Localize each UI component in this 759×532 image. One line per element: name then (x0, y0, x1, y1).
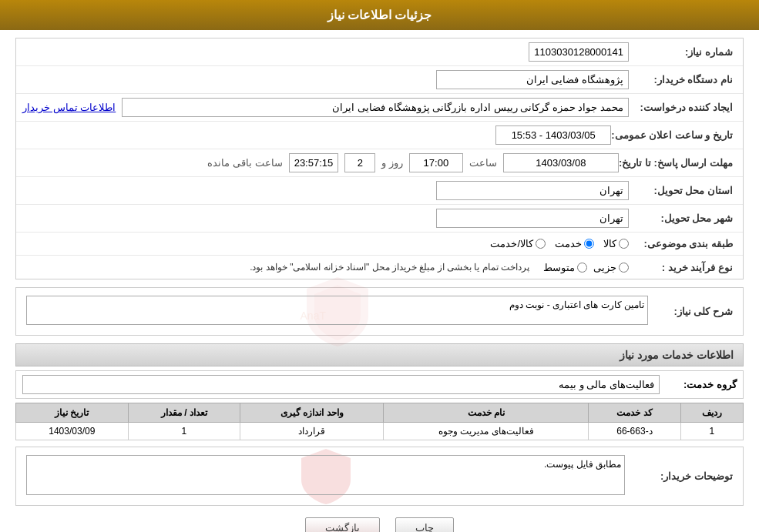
cell-service-code: د-663-66 (589, 423, 681, 440)
city-value-cell: تهران (22, 209, 629, 228)
creator-value-cell: محمد جواد حمزه گرکانی رییس اداره بازرگان… (22, 98, 629, 117)
col-service-name: نام خدمت (384, 403, 589, 423)
buyer-org-label: نام دستگاه خریدار: (629, 74, 737, 85)
need-number-label: شماره نیاز: (629, 46, 737, 58)
remaining-days: 2 (358, 157, 363, 169)
days-box: 2 (344, 153, 375, 172)
buyer-notes-value-cell: مطابق فایل پیوست. (22, 451, 629, 501)
main-form-section: شماره نیاز: 1103030128000141 نام دستگاه … (15, 38, 744, 279)
process-medium-label: متوسط (543, 262, 575, 273)
print-button[interactable]: چاپ (395, 517, 454, 532)
process-partial-item: جزیی (593, 262, 629, 273)
buyer-org-value-cell: پژوهشگاه فضایی ایران (22, 70, 629, 89)
need-number-value-cell: 1103030128000141 (22, 42, 629, 62)
process-value-cell: جزیی متوسط پرداخت تمام یا بخشی از مبلغ خ… (22, 262, 629, 273)
col-row-num: ردیف (680, 403, 743, 423)
city-box: تهران (436, 209, 629, 228)
deadline-time-box: 17:00 (409, 153, 463, 172)
time-section: 1403/03/08 ساعت 17:00 روز و 2 23:57:15 (207, 153, 618, 172)
process-medium-radio[interactable] (577, 263, 587, 273)
date-announcement-row: تاریخ و ساعت اعلان عمومی: 1403/03/05 - 1… (16, 122, 743, 149)
need-number-box: 1103030128000141 (529, 42, 629, 62)
content-area: شماره نیاز: 1103030128000141 نام دستگاه … (0, 30, 759, 532)
process-medium-item: متوسط (543, 262, 587, 273)
services-title: اطلاعات خدمات مورد نیاز (15, 343, 744, 366)
services-table: ردیف کد خدمت نام خدمت واحد اندازه گیری ت… (15, 403, 744, 440)
buyer-org-box: پژوهشگاه فضایی ایران (436, 70, 629, 89)
buyer-notes-row: توضیحات خریدار: مطابق فایل پیوست. (16, 447, 743, 505)
category-row: طبقه بندی موضوعی: کالا خدمت (16, 233, 743, 256)
need-number-row: شماره نیاز: 1103030128000141 (16, 38, 743, 66)
remaining-suffix: ساعت باقی مانده (207, 157, 282, 169)
category-both-item: کالا/خدمت (490, 238, 546, 249)
province-value-cell: تهران (22, 181, 629, 200)
creator-row: ایجاد کننده درخواست: محمد جواد حمزه گرکا… (16, 94, 743, 122)
contact-link[interactable]: اطلاعات تماس خریدار (22, 102, 116, 113)
city-label: شهر محل تحویل: (629, 212, 737, 224)
buyer-org-value: پژوهشگاه فضایی ایران (526, 74, 623, 85)
category-service-item: خدمت (555, 238, 594, 249)
category-goods-label: کالا (603, 238, 616, 249)
general-desc-value-cell: AnaT تامین کارت های اعتباری - نوبت دوم (22, 292, 652, 331)
col-service-code: کد خدمت (589, 403, 681, 423)
table-row: 1 د-663-66 فعالیت‌های مدیریت وجوه قراردا… (16, 423, 744, 440)
deadline-value-cell: 1403/03/08 ساعت 17:00 روز و 2 23:57:15 (22, 153, 619, 172)
deadline-date: 1403/03/08 (536, 157, 586, 169)
page-wrapper: جزئیات اطلاعات نیاز شماره نیاز: 11030301… (0, 0, 759, 532)
buyer-notes-section: توضیحات خریدار: مطابق فایل پیوست. (15, 447, 744, 506)
category-both-radio[interactable] (536, 239, 546, 249)
time-label: ساعت (469, 157, 497, 169)
province-label: استان محل تحویل: (629, 185, 737, 196)
page-header: جزئیات اطلاعات نیاز (0, 0, 759, 30)
table-header-row: ردیف کد خدمت نام خدمت واحد اندازه گیری ت… (16, 403, 744, 423)
col-date: تاریخ نیاز (16, 403, 129, 423)
buyer-notes-textarea[interactable]: مطابق فایل پیوست. (26, 455, 625, 495)
process-label: نوع فرآیند خرید : (629, 262, 737, 273)
creator-box: محمد جواد حمزه گرکانی رییس اداره بازرگان… (122, 98, 629, 117)
service-group-label: گروه خدمت: (660, 379, 737, 390)
general-desc-textarea[interactable]: تامین کارت های اعتباری - نوبت دوم (26, 296, 648, 325)
buyer-notes-label: توضیحات خریدار: (629, 470, 737, 482)
general-desc-row: شرح کلی نیاز: AnaT تامین کارت های اعتبار… (16, 288, 743, 335)
process-options: جزیی متوسط پرداخت تمام یا بخشی از مبلغ خ… (250, 262, 629, 273)
cell-unit: قرارداد (240, 423, 384, 440)
general-desc-section: شرح کلی نیاز: AnaT تامین کارت های اعتبار… (15, 287, 744, 336)
process-row: نوع فرآیند خرید : جزیی متوسط پرداخت تمام… (16, 256, 743, 279)
deadline-label: مهلت ارسال پاسخ: تا تاریخ: (619, 157, 737, 169)
remaining-time-box: 23:57:15 (289, 153, 339, 172)
cell-service-name: فعالیت‌های مدیریت وجوه (384, 423, 589, 440)
buttons-row: چاپ بازگشت (15, 517, 744, 532)
need-number-value: 1103030128000141 (534, 46, 623, 58)
category-goods-radio[interactable] (619, 239, 629, 249)
back-button[interactable]: بازگشت (305, 517, 380, 532)
province-box: تهران (436, 181, 629, 200)
date-value: 1403/03/05 - 15:53 (512, 129, 596, 141)
deadline-date-box: 1403/03/08 (503, 153, 619, 172)
city-value: تهران (599, 212, 623, 224)
col-quantity: تعداد / مقدار (128, 403, 240, 423)
category-value-cell: کالا خدمت کالا/خدمت (22, 238, 629, 249)
category-radio-group: کالا خدمت کالا/خدمت (490, 238, 629, 249)
cell-quantity: 1 (128, 423, 240, 440)
cell-row-num: 1 (680, 423, 743, 440)
buyer-org-row: نام دستگاه خریدار: پژوهشگاه فضایی ایران (16, 66, 743, 94)
remaining-time: 23:57:15 (294, 157, 334, 169)
process-partial-radio[interactable] (619, 263, 629, 273)
category-service-label: خدمت (555, 238, 582, 249)
category-service-radio[interactable] (584, 239, 594, 249)
date-box: 1403/03/05 - 15:53 (495, 125, 611, 145)
col-unit: واحد اندازه گیری (240, 403, 384, 423)
cell-date: 1403/03/09 (16, 423, 129, 440)
city-row: شهر محل تحویل: تهران (16, 205, 743, 233)
creator-value: محمد جواد حمزه گرکانی رییس اداره بازرگان… (332, 102, 623, 113)
deadline-time: 17:00 (424, 157, 449, 169)
category-both-label: کالا/خدمت (490, 238, 533, 249)
general-desc-label: شرح کلی نیاز: (652, 306, 737, 317)
service-group-value: فعالیت‌های مالی و بیمه (559, 379, 654, 390)
notes-container: مطابق فایل پیوست. (22, 451, 629, 501)
province-value: تهران (599, 185, 623, 196)
group-service-row: گروه خدمت: فعالیت‌های مالی و بیمه (15, 370, 744, 399)
process-partial-label: جزیی (593, 262, 616, 273)
category-goods-item: کالا (603, 238, 629, 249)
date-value-cell: 1403/03/05 - 15:53 (22, 125, 611, 145)
